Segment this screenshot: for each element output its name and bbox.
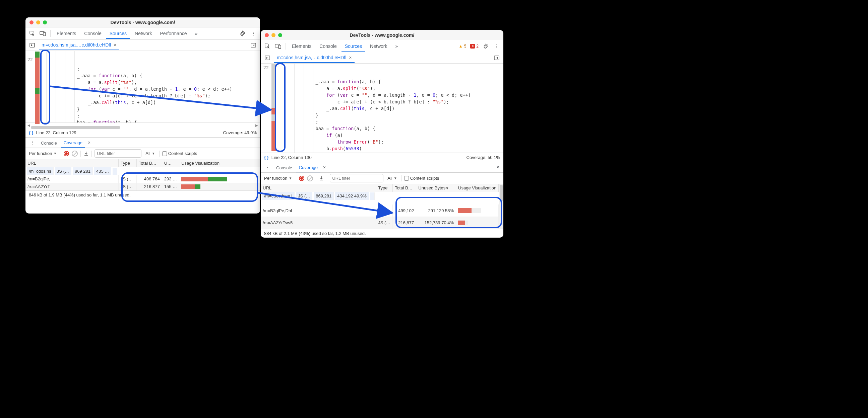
hide-debugger-icon[interactable] xyxy=(249,40,258,50)
type-filter-select[interactable]: All▼ xyxy=(386,176,398,181)
drawer-tab-coverage[interactable]: Coverage xyxy=(61,138,85,148)
close-drawer-tab-icon[interactable]: × xyxy=(87,140,92,145)
col-viz[interactable]: Usage Visualization xyxy=(456,184,499,192)
tab-network[interactable]: Network xyxy=(131,28,155,39)
inspect-icon[interactable] xyxy=(263,41,272,51)
col-unused[interactable]: U… xyxy=(162,159,179,167)
code-body[interactable]: ; _.aaa = function(a, b) { a = a.split("… xyxy=(41,51,260,123)
col-unused[interactable]: Unused Bytes▼ xyxy=(416,184,456,192)
col-viz[interactable]: Usage Visualization xyxy=(179,159,260,167)
coverage-percent: Coverage: 49.9% xyxy=(223,130,257,135)
clear-icon[interactable] xyxy=(72,150,78,156)
traffic-lights[interactable] xyxy=(30,21,47,25)
coverage-granularity-select[interactable]: Per function▼ xyxy=(28,151,58,156)
code-editor[interactable]: 22 ; _.aaa = function(a, b) { a = a.spli… xyxy=(26,51,260,123)
settings-icon[interactable] xyxy=(238,29,247,38)
titlebar[interactable]: DevTools - www.google.com/ xyxy=(261,30,503,40)
tab-console[interactable]: Console xyxy=(316,41,340,51)
table-row[interactable]: /m=B2qlPe,JS (…498 764293 … xyxy=(26,175,260,183)
table-row[interactable]: /m=B2qlPe,DhlJS (…499,102291,129 58% xyxy=(261,205,499,217)
drawer-kebab-icon[interactable]: ⋮ xyxy=(28,138,37,147)
inspect-icon[interactable] xyxy=(28,29,37,38)
minimize-window-icon[interactable] xyxy=(36,21,40,25)
line-gutter: 22 xyxy=(26,51,41,123)
close-drawer-icon[interactable]: × xyxy=(494,164,501,170)
cursor-position: Line 22, Column 129 xyxy=(36,130,76,135)
col-type[interactable]: Type xyxy=(118,159,136,167)
coverage-table[interactable]: URL Type Total B… U… Usage Visualization… xyxy=(26,159,260,190)
settings-icon[interactable] xyxy=(481,41,491,51)
device-icon[interactable] xyxy=(38,29,48,38)
tab-performance[interactable]: Performance xyxy=(156,28,190,39)
code-body[interactable]: _.aaa = function(a, b) { a = a.split("%s… xyxy=(280,64,503,152)
main-tabbar: Elements Console Sources Network Perform… xyxy=(26,28,260,39)
hide-debugger-icon[interactable] xyxy=(492,53,501,63)
minimize-window-icon[interactable] xyxy=(272,33,276,37)
table-header-row[interactable]: URL Type Total B… Unused Bytes▼ Usage Vi… xyxy=(261,184,499,192)
drawer-kebab-icon[interactable]: ⋮ xyxy=(263,163,272,172)
table-row[interactable]: /m=cdos,hsm,jJS (…869,281434,192 49.9% xyxy=(261,192,376,200)
file-tab[interactable]: m=cdos,hsm,jsa,…c,dtl0hd,eHDfl × xyxy=(39,40,119,50)
table-header-row[interactable]: URL Type Total B… U… Usage Visualization xyxy=(26,159,260,167)
export-icon[interactable] xyxy=(84,151,89,156)
content-scripts-checkbox[interactable]: Content scripts xyxy=(404,176,439,181)
pretty-print-icon[interactable]: { } xyxy=(29,130,33,135)
maximize-window-icon[interactable] xyxy=(43,21,47,25)
show-navigator-icon[interactable] xyxy=(28,40,37,50)
drawer-tab-console[interactable]: Console xyxy=(274,163,295,172)
file-tab-label: m=cdos,hsm,jsa,…c,dtl0hd,eHDfl xyxy=(41,42,111,47)
url-filter-input[interactable] xyxy=(94,149,142,158)
pretty-print-icon[interactable]: { } xyxy=(264,155,269,160)
col-type[interactable]: Type xyxy=(376,184,393,192)
show-navigator-icon[interactable] xyxy=(263,53,272,63)
table-row[interactable]: /rs=AA2YrTJS (…216 877155 … xyxy=(26,183,260,190)
col-total[interactable]: Total B… xyxy=(393,184,416,192)
col-url[interactable]: URL xyxy=(26,159,118,167)
type-filter-select[interactable]: All▼ xyxy=(144,151,156,156)
record-icon[interactable] xyxy=(299,176,304,181)
coverage-granularity-select[interactable]: Per function▼ xyxy=(263,176,293,181)
drawer-tab-console[interactable]: Console xyxy=(38,138,60,147)
export-icon[interactable] xyxy=(319,176,324,181)
more-tabs-icon[interactable]: » xyxy=(392,41,401,51)
file-tab[interactable]: m=cdos,hsm,jsa,…c,dtl0hd,eHDfl × xyxy=(274,53,354,63)
kebab-menu-icon[interactable]: ⋮ xyxy=(249,29,258,38)
kebab-menu-icon[interactable]: ⋮ xyxy=(492,41,501,51)
error-count-badge[interactable]: ×2 xyxy=(469,43,480,49)
traffic-lights[interactable] xyxy=(265,33,282,37)
vertical-scrollbar[interactable] xyxy=(499,184,503,229)
titlebar[interactable]: DevTools - www.google.com/ xyxy=(26,18,260,28)
content-scripts-checkbox[interactable]: Content scripts xyxy=(162,151,197,156)
record-icon[interactable] xyxy=(64,151,69,156)
coverage-table[interactable]: URL Type Total B… Unused Bytes▼ Usage Vi… xyxy=(261,184,499,229)
url-filter-input[interactable] xyxy=(330,174,383,182)
tab-console[interactable]: Console xyxy=(81,28,104,39)
file-tab-row: m=cdos,hsm,jsa,…c,dtl0hd,eHDfl × xyxy=(261,52,503,64)
close-tab-icon[interactable]: × xyxy=(349,55,351,60)
coverage-gutter xyxy=(272,64,276,152)
coverage-percent: Coverage: 50.1% xyxy=(466,155,500,160)
table-row[interactable]: /m=cdos,hsJS (…869 281435 … xyxy=(26,167,118,175)
tab-network[interactable]: Network xyxy=(367,41,391,51)
col-url[interactable]: URL xyxy=(261,184,376,192)
close-window-icon[interactable] xyxy=(265,33,269,37)
close-tab-icon[interactable]: × xyxy=(114,42,116,47)
close-window-icon[interactable] xyxy=(30,21,33,25)
code-editor[interactable]: 22 _.aaa = function(a, b) { a = a.split(… xyxy=(261,64,503,152)
tab-sources[interactable]: Sources xyxy=(106,28,130,39)
more-tabs-icon[interactable]: » xyxy=(192,29,201,38)
device-icon[interactable] xyxy=(274,41,283,51)
tab-elements[interactable]: Elements xyxy=(288,41,315,51)
status-bar: { } Line 22, Column 129 Coverage: 49.9% xyxy=(26,128,260,137)
table-row[interactable]: /rs=AA2YrTsw5JS (…216,877152,739 70.4% xyxy=(261,216,499,229)
drawer-tab-coverage[interactable]: Coverage xyxy=(296,163,320,172)
clear-icon[interactable] xyxy=(307,175,313,181)
warning-count-badge[interactable]: ▲5 xyxy=(458,43,468,49)
close-drawer-tab-icon[interactable]: × xyxy=(322,165,327,170)
horizontal-scrollbar[interactable]: ◀ ▶ xyxy=(26,123,260,128)
tab-sources[interactable]: Sources xyxy=(341,41,365,51)
col-total[interactable]: Total B… xyxy=(136,159,162,167)
tab-elements[interactable]: Elements xyxy=(53,28,80,39)
coverage-toolbar: Per function▼ All▼ Content scripts xyxy=(261,173,503,184)
maximize-window-icon[interactable] xyxy=(278,33,282,37)
